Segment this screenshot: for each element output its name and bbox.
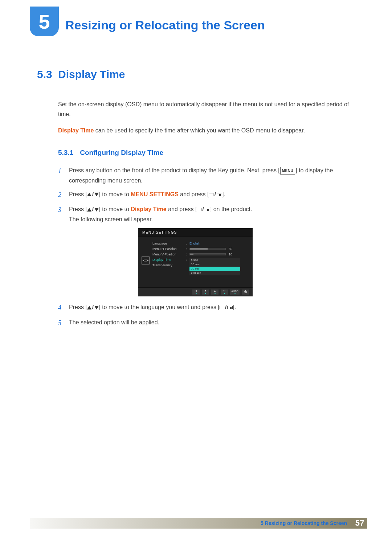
section-title: Display Time	[58, 68, 125, 81]
osd-panel: MENU SETTINGS Language : English Menu H-…	[138, 228, 253, 296]
arrow-down-icon	[94, 193, 99, 196]
osd-auto-button: AUTO▾	[230, 290, 240, 295]
step-text: Press any button on the front of the pro…	[69, 165, 356, 186]
osd-row-language: Language : English	[152, 241, 249, 246]
arrow-down-icon	[94, 306, 99, 309]
arrow-up-icon	[87, 193, 91, 196]
osd-option-selected: 20 sec	[189, 267, 240, 271]
highlight-rest: can be used to specify the time after wh…	[94, 127, 305, 134]
osd-sidebar	[142, 241, 152, 282]
steps-list: 1 Press any button on the front of the p…	[58, 165, 356, 329]
subsection-header: 5.3.1 Configuring Display Time	[58, 149, 356, 157]
step-number: 1	[58, 165, 69, 186]
menu-chip-icon: MENU	[280, 167, 295, 175]
osd-title: MENU SETTINGS	[138, 228, 253, 237]
arrow-up-icon	[87, 306, 91, 309]
chapter-header: 5 Resizing or Relocating the Screen	[0, 0, 392, 36]
osd-nav-left-icon: ◂▾	[192, 290, 200, 295]
slider-icon	[189, 248, 226, 250]
page-footer: 5 Resizing or Relocating the Screen 57	[30, 518, 367, 529]
step-2: 2 Press [/] to move to MENU SETTINGS and…	[58, 189, 356, 201]
step-text: Press [/] to move to MENU SETTINGS and p…	[69, 189, 356, 201]
osd-screenshot: MENU SETTINGS Language : English Menu H-…	[138, 228, 356, 296]
step-4: 4 Press [/] to move to the language you …	[58, 302, 356, 314]
source-icon	[205, 208, 210, 211]
osd-body: Language : English Menu H-Position : 50 …	[138, 237, 253, 287]
menu-settings-term: MENU SETTINGS	[131, 191, 179, 197]
step-followup: The following screen will appear.	[69, 214, 356, 225]
step-number: 3	[58, 204, 69, 225]
osd-nav-up-icon: ▴▾	[211, 290, 219, 295]
osd-option: 10 sec	[189, 262, 240, 267]
arrow-down-icon	[94, 208, 99, 212]
step-text: Press [/] to move to the language you wa…	[69, 302, 356, 314]
osd-rows: Language : English Menu H-Position : 50 …	[152, 241, 249, 282]
osd-option: 5 sec	[189, 258, 240, 262]
step-5: 5 The selected option will be applied.	[58, 317, 356, 329]
osd-enter-icon: ↵▾	[221, 290, 228, 295]
display-time-term: Display Time	[131, 206, 166, 212]
slider-icon	[189, 253, 226, 255]
subsection-number: 5.3.1	[58, 149, 73, 157]
step-number: 4	[58, 302, 69, 314]
step-number: 2	[58, 189, 69, 201]
osd-option: 200 sec	[189, 271, 240, 275]
section-body: Set the on-screen display (OSD) menu to …	[58, 99, 356, 136]
osd-row-vposition: Menu V-Position : 10	[152, 251, 249, 257]
step-3: 3 Press [/] to move to Display Time and …	[58, 204, 356, 225]
enter-icon	[209, 193, 213, 196]
step-1: 1 Press any button on the front of the p…	[58, 165, 356, 186]
osd-row-hposition: Menu H-Position : 50	[152, 246, 249, 251]
step-number: 5	[58, 317, 69, 329]
intro-paragraph: Set the on-screen display (OSD) menu to …	[58, 99, 356, 119]
osd-power-icon: ⏻	[242, 290, 249, 295]
highlight-paragraph: Display Time can be used to specify the …	[58, 126, 356, 135]
osd-row-displaytime: Display Time : 5 sec 10 sec 20 sec 200 s…	[152, 257, 249, 262]
source-icon	[227, 306, 233, 309]
page-number: 57	[352, 518, 367, 529]
enter-icon	[197, 208, 201, 211]
source-icon	[217, 193, 222, 196]
footer-chapter-label: 5 Resizing or Relocating the Screen	[256, 518, 352, 529]
highlight-term: Display Time	[58, 127, 94, 134]
enter-icon	[220, 306, 224, 309]
osd-position-icon	[142, 257, 150, 264]
section-header: 5.3 Display Time	[37, 68, 356, 81]
chapter-title: Resizing or Relocating the Screen	[65, 7, 265, 32]
osd-footer: ◂▾ ▾▾ ▴▾ ↵▾ AUTO▾ ⏻	[138, 287, 253, 296]
step-text: The selected option will be applied.	[69, 317, 356, 329]
section: 5.3 Display Time Set the on-screen displ…	[0, 36, 392, 329]
osd-nav-down-icon: ▾▾	[202, 290, 209, 295]
section-number: 5.3	[37, 68, 58, 81]
osd-options-list: 5 sec 10 sec 20 sec 200 sec	[189, 258, 240, 275]
arrow-up-icon	[87, 208, 91, 212]
chapter-number-badge: 5	[30, 7, 59, 36]
subsection-title: Configuring Display Time	[80, 149, 163, 157]
step-text: Press [/] to move to Display Time and pr…	[69, 204, 356, 225]
